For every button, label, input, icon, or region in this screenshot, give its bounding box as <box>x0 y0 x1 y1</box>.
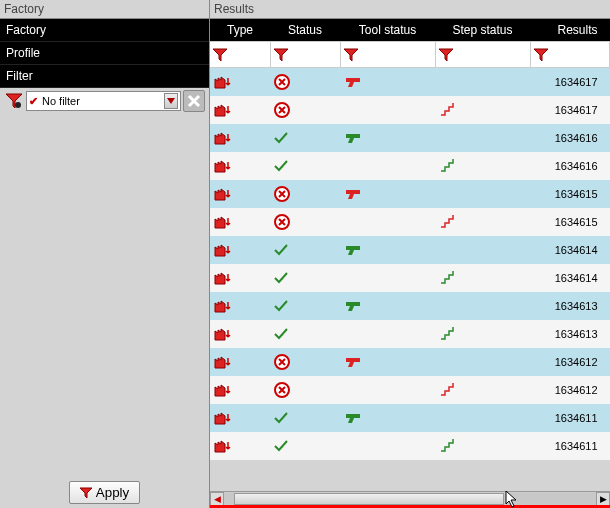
filter-cell[interactable] <box>210 42 270 68</box>
cell-tool-empty <box>340 208 435 236</box>
scroll-right-icon[interactable]: ▶ <box>596 492 610 506</box>
table-row[interactable]: 1634617 <box>210 68 610 96</box>
horizontal-scrollbar[interactable]: ◀ ▶ <box>210 491 610 505</box>
table-row[interactable]: 1634617 <box>210 96 610 124</box>
table-row[interactable]: 1634616 <box>210 124 610 152</box>
status-ok-icon <box>270 404 340 432</box>
step-green-icon <box>435 264 530 292</box>
gun-green-icon <box>340 404 435 432</box>
scroll-left-icon[interactable]: ◀ <box>210 492 224 506</box>
filter-cell[interactable] <box>435 42 530 68</box>
cell-step-empty <box>435 292 530 320</box>
table-row[interactable]: 1634614 <box>210 264 610 292</box>
cell-step-empty <box>435 124 530 152</box>
cell-result: 1634615 <box>530 208 610 236</box>
cell-type-icon <box>210 320 270 348</box>
step-red-icon <box>435 376 530 404</box>
table-row[interactable]: 1634615 <box>210 180 610 208</box>
cell-type-icon <box>210 180 270 208</box>
filter-check-icon: ✔ <box>29 95 38 108</box>
cell-type-icon <box>210 236 270 264</box>
table-row[interactable]: 1634616 <box>210 152 610 180</box>
nav-factory[interactable]: Factory <box>0 19 209 42</box>
svg-point-0 <box>15 102 21 108</box>
col-step[interactable]: Step status <box>435 19 530 42</box>
filter-row: ✔ No filter <box>0 88 209 114</box>
cell-type-icon <box>210 264 270 292</box>
scroll-thumb[interactable] <box>234 493 504 505</box>
table-row[interactable]: 1634612 <box>210 376 610 404</box>
filter-cell[interactable] <box>340 42 435 68</box>
apply-button-label: Apply <box>96 485 129 500</box>
cell-step-empty <box>435 348 530 376</box>
cell-tool-empty <box>340 264 435 292</box>
cell-tool-empty <box>340 376 435 404</box>
nav-profile[interactable]: Profile <box>0 42 209 65</box>
filter-cell[interactable] <box>530 42 610 68</box>
status-ok-icon <box>270 236 340 264</box>
dropdown-arrow-icon[interactable] <box>164 93 178 109</box>
col-results[interactable]: Results <box>530 19 610 42</box>
gun-green-icon <box>340 124 435 152</box>
table-row[interactable]: 1634613 <box>210 320 610 348</box>
table-row[interactable]: 1634611 <box>210 432 610 460</box>
cell-result: 1634613 <box>530 320 610 348</box>
cell-type-icon <box>210 348 270 376</box>
status-ok-icon <box>270 152 340 180</box>
cell-result: 1634611 <box>530 404 610 432</box>
cell-result: 1634615 <box>530 180 610 208</box>
filter-funnel-icon[interactable] <box>4 91 24 111</box>
col-type[interactable]: Type <box>210 19 270 42</box>
status-fail-icon <box>270 96 340 124</box>
filter-clear-button[interactable] <box>183 90 205 112</box>
gun-green-icon <box>340 292 435 320</box>
table-row[interactable]: 1634614 <box>210 236 610 264</box>
table-row[interactable]: 1634611 <box>210 404 610 432</box>
status-fail-icon <box>270 180 340 208</box>
filter-select[interactable]: ✔ No filter <box>26 91 181 111</box>
cell-tool-empty <box>340 320 435 348</box>
table-row[interactable]: 1634613 <box>210 292 610 320</box>
cell-step-empty <box>435 236 530 264</box>
apply-button[interactable]: Apply <box>69 481 140 504</box>
cell-result: 1634613 <box>530 292 610 320</box>
cell-type-icon <box>210 68 270 96</box>
filter-funnel-icon <box>438 47 528 63</box>
filter-cell[interactable] <box>270 42 340 68</box>
status-fail-icon <box>270 68 340 96</box>
filter-funnel-icon <box>533 47 608 63</box>
cell-type-icon <box>210 96 270 124</box>
cell-step-empty <box>435 68 530 96</box>
cell-tool-empty <box>340 152 435 180</box>
results-table: Type Status Tool status Step status Resu… <box>210 19 610 460</box>
cell-result: 1634614 <box>530 236 610 264</box>
cell-result: 1634616 <box>530 124 610 152</box>
scroll-track[interactable] <box>224 493 596 505</box>
cell-step-empty <box>435 180 530 208</box>
status-ok-icon <box>270 124 340 152</box>
cell-type-icon <box>210 152 270 180</box>
table-row[interactable]: 1634612 <box>210 348 610 376</box>
cell-tool-empty <box>340 432 435 460</box>
cell-type-icon <box>210 404 270 432</box>
step-green-icon <box>435 320 530 348</box>
main-panel: Results Type Status Tool status Step sta… <box>210 0 610 508</box>
filter-funnel-icon <box>343 47 433 63</box>
gun-green-icon <box>340 236 435 264</box>
cell-type-icon <box>210 432 270 460</box>
cell-result: 1634617 <box>530 68 610 96</box>
cell-type-icon <box>210 124 270 152</box>
col-status[interactable]: Status <box>270 19 340 42</box>
cell-type-icon <box>210 208 270 236</box>
gun-red-icon <box>340 180 435 208</box>
apply-funnel-icon <box>80 487 92 499</box>
status-ok-icon <box>270 292 340 320</box>
col-tool[interactable]: Tool status <box>340 19 435 42</box>
table-row[interactable]: 1634615 <box>210 208 610 236</box>
status-fail-icon <box>270 208 340 236</box>
status-ok-icon <box>270 264 340 292</box>
status-fail-icon <box>270 376 340 404</box>
status-fail-icon <box>270 348 340 376</box>
cell-step-empty <box>435 404 530 432</box>
nav-filter[interactable]: Filter <box>0 65 209 88</box>
